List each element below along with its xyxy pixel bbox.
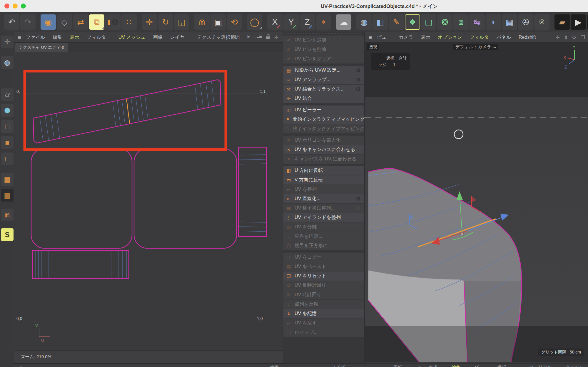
cmd-uvw-projection[interactable]: ▦投影から UVW 設定...⚙ xyxy=(283,66,364,75)
menu-item-4[interactable]: UV メッシュ xyxy=(118,34,146,41)
render-clapper-button[interactable]: ▰ xyxy=(554,14,570,30)
cmd-flip-v[interactable]: ⬒V 方向に反転 xyxy=(283,175,364,185)
cmd-fit-canvas[interactable]: ✕UV をキャンバスに合わせる xyxy=(283,145,364,154)
mirror-tool[interactable]: ↹ xyxy=(470,14,485,30)
clone-cubes-button[interactable]: ⧈ xyxy=(453,14,469,30)
menu-overflow-icon[interactable]: ▶ xyxy=(248,34,250,41)
gear-icon[interactable]: ⚙ xyxy=(356,205,361,212)
lattice-pressed-mode-icon[interactable]: ▦ xyxy=(1,189,14,202)
uv-move-mode-icon[interactable]: ✛ xyxy=(1,36,14,48)
cube-mode-icon[interactable]: □ xyxy=(1,120,14,133)
material-panel-menu-icon[interactable]: ≡ xyxy=(418,364,421,367)
soft-selection-button[interactable]: ❂ xyxy=(437,14,452,30)
x-axis-lock-button[interactable]: X xyxy=(267,14,283,30)
gear-icon[interactable]: ⚙ xyxy=(356,76,361,83)
minimize-window-icon[interactable] xyxy=(13,4,18,9)
menu-item-6[interactable]: Redshift xyxy=(519,35,536,40)
model-mode-button[interactable]: ◇ xyxy=(57,14,72,30)
cmd-uv-peeler[interactable]: ◫UV ピーラー xyxy=(283,105,364,115)
y-axis-lock-button[interactable]: Y xyxy=(283,14,299,30)
snap-magnet-button[interactable]: ⋒ xyxy=(194,14,210,30)
menu-item-5[interactable]: パネル xyxy=(497,34,511,41)
render-gear-button[interactable]: ⚙ xyxy=(587,14,588,30)
uv-panel-menu-icon[interactable]: ≡ xyxy=(18,34,21,41)
cmd-reset-uv[interactable]: ❐UV をリセット xyxy=(283,271,364,281)
bottom-menu-4[interactable]: マテリアル xyxy=(529,365,552,367)
lattice-mode-icon[interactable]: ▦ xyxy=(1,173,14,186)
bottom-menu-0[interactable]: 作成 xyxy=(429,365,437,367)
coordinate-system-button[interactable]: ⌖ xyxy=(316,14,331,30)
scale-tool[interactable]: ◱ xyxy=(174,14,189,30)
workplane-mode-icon[interactable]: ∟ xyxy=(1,153,14,165)
z-axis-lock-button[interactable]: Z xyxy=(300,14,315,30)
cmd-uv-unwrap[interactable]: ≋UV アンラップ...⚙ xyxy=(283,75,364,84)
make-editable-button[interactable]: ❖ xyxy=(405,14,420,30)
gear-icon[interactable]: ⚙ xyxy=(356,86,361,93)
viewport-maximize-icon[interactable]: ❐ xyxy=(581,34,585,41)
snap-s-icon[interactable]: S xyxy=(1,228,14,241)
pen-tool[interactable]: ✎ xyxy=(389,14,404,30)
move-panel-icon[interactable]: ✛ xyxy=(274,34,278,41)
viewport-resize-icon[interactable]: ⇕ xyxy=(564,34,568,41)
menu-item-0[interactable]: ファイル xyxy=(26,34,45,41)
camera-label[interactable]: デフォルトカメラ ◦◦▸ xyxy=(453,44,498,50)
cylinder-mode-icon[interactable]: ⌭ xyxy=(1,88,14,101)
live-selection-tool[interactable]: ◉ xyxy=(41,14,56,30)
uv-canvas[interactable]: 0, 1,1 0,0 1,0 V U xyxy=(14,52,283,350)
menu-item-3[interactable]: フィルター xyxy=(87,34,111,41)
render-play-button[interactable]: ▶ xyxy=(571,14,586,30)
uv-polygon-mode-icon[interactable]: ⬢ xyxy=(1,104,14,117)
menu-item-1[interactable]: カメラ xyxy=(399,34,413,41)
menu-item-2[interactable]: 表示 xyxy=(421,34,430,41)
maximize-window-icon[interactable] xyxy=(21,4,26,9)
floor-grid-button[interactable]: ▦ xyxy=(502,14,517,30)
light-button[interactable]: ⌾ xyxy=(534,14,549,30)
panel-drag-handle[interactable] xyxy=(285,33,362,35)
lock-icon[interactable] xyxy=(266,34,270,41)
coords-panel-menu-icon[interactable]: ≡ xyxy=(19,364,22,367)
bottom-menu-3[interactable]: 選択 xyxy=(497,365,506,367)
menu-item-7[interactable]: テクスチャ選択範囲 xyxy=(197,34,240,41)
gear-icon[interactable]: ⚙ xyxy=(356,67,361,74)
texture-view-tool[interactable]: ⧉ xyxy=(89,14,104,30)
live-selection-circle-button[interactable]: ◯ xyxy=(247,14,262,30)
cmd-uv-weld[interactable]: ✛UV 結合 xyxy=(283,94,364,103)
rect-select-button[interactable]: ▣ xyxy=(211,14,226,30)
cmd-store-uv[interactable]: ⇓UV を記憶 xyxy=(283,309,364,318)
undo-button[interactable]: ↶ xyxy=(4,14,19,30)
histogram-icon[interactable]: ▁▃▅ xyxy=(254,34,262,41)
menu-item-3[interactable]: オプション xyxy=(438,34,462,41)
magnify-dots-button[interactable]: ∷ xyxy=(121,14,137,30)
move-tool[interactable]: ✛ xyxy=(142,14,157,30)
rotate-tool[interactable]: ↻ xyxy=(158,14,173,30)
menu-item-1[interactable]: 編集 xyxy=(53,34,62,41)
viewport-move-icon[interactable]: ✛ xyxy=(556,34,560,41)
render-view-button[interactable]: ◍ xyxy=(356,14,372,30)
viewport-menu-icon[interactable]: ≡ xyxy=(369,34,372,41)
magnet-snap-icon[interactable]: ⋒ xyxy=(1,209,14,221)
axis-rotate-button[interactable]: ⟲ xyxy=(227,14,242,30)
cmd-flip-u[interactable]: ◧U 方向に反転 xyxy=(283,166,364,175)
bottom-menu-2[interactable]: ビュー xyxy=(475,365,488,367)
tab-texture-uv-editor[interactable]: テクスチャ UV エディタ xyxy=(15,43,68,52)
bottom-menu-1[interactable]: 編集 xyxy=(452,365,460,367)
gear-icon[interactable]: ⚙ xyxy=(356,195,361,202)
redo-button[interactable]: ↷ xyxy=(20,14,36,30)
tool-options-button[interactable]: ▮⚙ xyxy=(105,14,121,30)
menu-item-5[interactable]: 画像 xyxy=(153,34,163,41)
bottom-menu-5[interactable]: テクスチャ xyxy=(561,365,584,367)
edge-mode-button[interactable]: ▢ xyxy=(421,14,436,30)
cmd-uv-relax[interactable]: ⚒UV 結合とリラックス...⚙ xyxy=(283,84,364,94)
menu-item-4[interactable]: フィルタ xyxy=(470,34,489,41)
swap-views-button[interactable]: ⇄ xyxy=(73,14,88,30)
cmd-island-align[interactable]: ⋮UV アイランドを整列 xyxy=(283,213,364,222)
cmd-straighten-uv[interactable]: ⇤UV 直線化...⚙ xyxy=(283,194,364,203)
menu-item-2[interactable]: 表示 xyxy=(70,34,79,41)
menu-item-0[interactable]: ビュー xyxy=(377,34,391,41)
close-window-icon[interactable] xyxy=(4,4,9,9)
render-settings-cube-button[interactable]: ◧ xyxy=(372,14,388,30)
view-mode-label[interactable]: 透視 xyxy=(367,44,379,50)
camera-button[interactable]: ✇ xyxy=(518,14,533,30)
perspective-viewport[interactable]: 透視 デフォルトカメラ ◦◦▸ 選択 合計 エッジ 1 Y X Z グリッド間隔… xyxy=(365,43,588,362)
cmd-start-interactive[interactable]: ⚑開始インタラクティブマッピング xyxy=(283,115,364,124)
